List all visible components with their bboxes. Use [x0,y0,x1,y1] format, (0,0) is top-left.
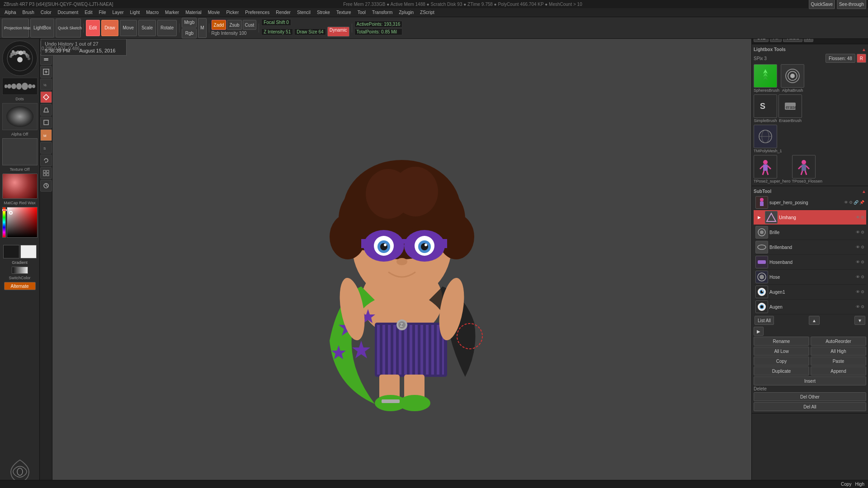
menu-file[interactable]: File [96,10,108,15]
texture-preview[interactable] [2,138,38,165]
r-btn-2[interactable]: R [857,54,866,63]
up-btn[interactable]: ▲ [809,316,820,325]
mrgb-btn[interactable]: Mrgb [182,18,197,28]
color-picker[interactable] [2,207,38,243]
strip-persp-btn[interactable] [40,104,52,116]
strip-scale-btn[interactable]: S [40,142,52,154]
delete-label: Delete [754,386,767,391]
menu-zplugin[interactable]: Zplugin [396,10,416,15]
dots-pattern[interactable] [2,78,38,95]
subtool-right-btn[interactable]: ▶ [754,327,764,336]
see-through-btn[interactable]: See-through [837,0,866,9]
auto-reorder-btn[interactable]: AutoReorder [811,337,866,346]
move-btn[interactable]: Move [120,20,137,36]
projection-master-btn[interactable]: Projection Master [2,19,29,38]
menu-zscript[interactable]: ZScript [417,10,437,15]
strip-aahalf-btn[interactable]: ½ [40,79,52,90]
brush-preview[interactable] [2,41,38,76]
strip-rotate-btn[interactable] [40,155,52,166]
strip-group-btn[interactable] [40,167,52,179]
strip-move-btn[interactable]: M [40,129,52,141]
zadd-btn[interactable]: Zadd [212,20,226,30]
thumb-tpose2[interactable]: TPose2_super_hero [754,155,791,183]
menu-marker[interactable]: Marker [162,10,182,15]
svg-rect-68 [393,325,396,375]
zsub-btn[interactable]: Zsub [227,20,241,30]
subtool-item-augen[interactable]: Augen 👁⚙ [754,300,866,314]
thumb-tpose3[interactable]: TPose3_Flossen [792,155,823,183]
subtool-item-brillenband[interactable]: Brillenband 👁⚙ [754,240,866,255]
del-other-btn[interactable]: Del Other [754,392,866,401]
black-swatch[interactable] [3,245,19,258]
subtool-collapse-btn[interactable]: ▲ [862,189,866,194]
menu-transform[interactable]: Transform [369,10,395,15]
thumb-tmpolymesh[interactable]: TMPolyMesh_1 [754,125,782,153]
gradient-preview[interactable] [12,267,28,274]
menu-picker[interactable]: Picker [223,10,241,15]
subtool-item-augen1[interactable]: Augen1 👁⚙ [754,285,866,300]
rename-btn[interactable]: Rename [754,337,809,346]
lightbox-btn[interactable]: LightBox [30,19,54,38]
menu-macro[interactable]: Macro [143,10,161,15]
rgb-btn[interactable]: Rgb [182,28,197,38]
menu-layer[interactable]: Layer [110,10,127,15]
svg-rect-16 [43,174,46,176]
all-low-btn[interactable]: All Low [754,347,809,356]
thumb-simplebrush[interactable]: S SimpleBrush [754,94,777,123]
thumb-eraserbrush[interactable]: erase EraserBrush [778,94,802,123]
hue-bar[interactable] [2,207,6,238]
list-all-btn[interactable]: List All [755,316,774,325]
append-btn[interactable]: Append [811,366,866,375]
duplicate-btn[interactable]: Duplicate [754,366,809,375]
paste-btn[interactable]: Paste [811,357,866,366]
subtool-copy-btn[interactable]: Copy [754,357,809,366]
all-high-btn[interactable]: All High [811,347,866,356]
menu-alpha[interactable]: Alpha [2,10,19,15]
svg-point-33 [6,106,33,127]
dynamic-btn[interactable]: Dynamic [327,27,349,37]
subtool-item-hose[interactable]: Hose 👁⚙ [754,270,866,285]
menu-texture[interactable]: Texture [334,10,354,15]
canvas-area[interactable]: Z [52,39,751,480]
thumb-alphabrush[interactable]: AlphaBrush [781,64,804,93]
draw-btn[interactable]: Draw [101,20,118,36]
quicksave-btn[interactable]: QuickSave [809,0,835,9]
menu-movie[interactable]: Movie [205,10,223,15]
material-preview[interactable] [2,174,38,199]
alternate-btn[interactable]: Alternate [4,282,36,290]
menu-preferences[interactable]: Preferences [242,10,272,15]
m-btn[interactable]: M [198,18,206,38]
thumb-spherebrush[interactable]: SpheresBrush [754,64,779,93]
lightbox-collapse-btn[interactable]: ▲ [862,47,866,52]
menu-stroke[interactable]: Stroke [314,10,333,15]
color-gradient[interactable] [7,207,38,238]
strip-actual-btn[interactable] [40,66,52,78]
subtool-item-brille[interactable]: Brille 👁⚙ [754,225,866,240]
quick-sketch-btn[interactable]: Quick Sketch [56,19,81,38]
menu-stencil[interactable]: Stencil [294,10,313,15]
rotate-btn[interactable]: Rotate [157,20,177,36]
strip-dynamic-btn[interactable] [40,91,52,103]
menu-color[interactable]: Color [38,10,54,15]
menu-light[interactable]: Light [127,10,143,15]
edit-btn[interactable]: Edit [86,20,100,36]
cust-btn[interactable]: Cust [243,20,257,30]
insert-btn[interactable]: Insert [754,376,866,385]
alpha-preview[interactable] [2,103,38,130]
alpha-off-label: Alpha Off [11,132,28,136]
menu-edit[interactable]: Edit [82,10,95,15]
strip-frame-btn[interactable] [40,117,52,128]
strip-temp-btn[interactable] [40,180,52,192]
white-swatch[interactable] [20,245,37,258]
subtool-item-hero[interactable]: super_hero_posing 👁⚙🔗📌 [754,195,866,210]
down-btn[interactable]: ▼ [854,316,865,325]
scale-btn[interactable]: Scale [138,20,156,36]
menu-brush[interactable]: Brush [20,10,37,15]
menu-document[interactable]: Document [55,10,81,15]
subtool-item-active[interactable]: ▶ Umhang 👁⚙ [754,210,866,225]
menu-render[interactable]: Render [273,10,293,15]
menu-material[interactable]: Material [183,10,204,15]
subtool-item-hosenband[interactable]: Hosenband 👁⚙ [754,255,866,270]
menu-tool[interactable]: Tool [355,10,368,15]
del-all-btn[interactable]: Del All [754,402,866,411]
